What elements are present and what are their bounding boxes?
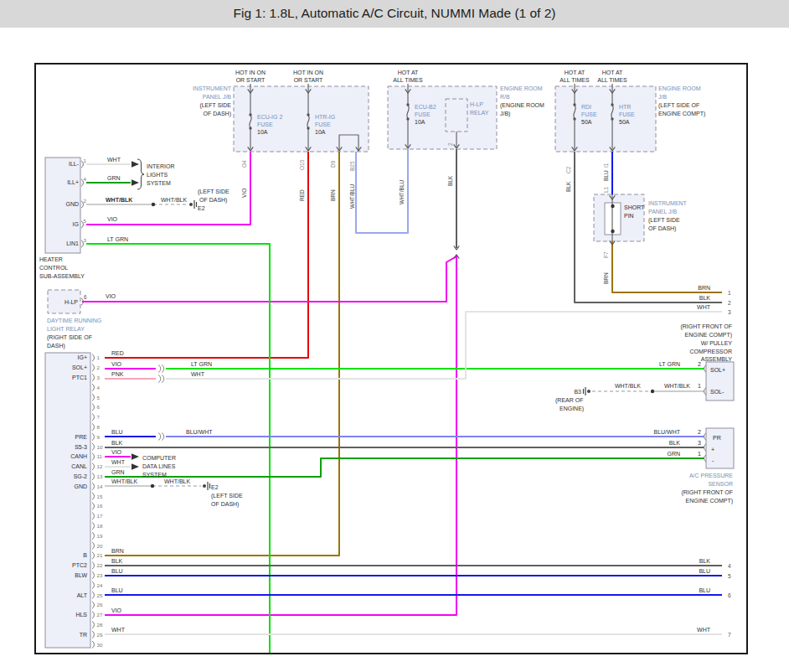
pin-name: GND xyxy=(74,483,87,489)
engine-room-rb-box xyxy=(388,86,497,149)
splice-icon xyxy=(162,433,164,441)
diagram-label: A/C PRESSURE xyxy=(689,473,733,478)
pin-number: 22 xyxy=(97,562,103,568)
diagram-label: BRN xyxy=(603,272,609,284)
pin-name: LIN1 xyxy=(66,240,79,246)
pin-name: BLW xyxy=(75,572,87,578)
diagram-label: 7 xyxy=(728,632,731,638)
diagram-label: E2 xyxy=(211,484,219,490)
ground-e2-heater xyxy=(189,203,193,206)
system-arrow-icon xyxy=(132,463,139,470)
diagram-label: (LEFT SIDE xyxy=(211,493,243,499)
diagram-label: BLK xyxy=(669,440,681,446)
pin-bracket xyxy=(92,374,94,380)
pin-bracket xyxy=(92,552,94,559)
diagram-label: ECU-IG 2 xyxy=(257,114,282,120)
diagram-label: VIO xyxy=(107,216,118,222)
diagram-label: I1 xyxy=(603,163,609,168)
pin-number: 24 xyxy=(97,582,103,588)
pin-bracket xyxy=(92,404,94,411)
pin-number: 5 xyxy=(97,395,101,401)
diagram-label: GRN xyxy=(111,469,125,475)
pin-number: 15 xyxy=(97,494,103,499)
diagram-label: BLU xyxy=(699,568,710,574)
pin-bracket xyxy=(92,423,94,430)
junction-dot xyxy=(151,484,154,488)
splice-icon xyxy=(158,433,161,441)
diagram-label: BLK xyxy=(565,181,571,192)
diagram-label: WHT xyxy=(111,459,126,465)
diagram-label: WHT/BLK xyxy=(615,383,641,389)
pin-bracket xyxy=(92,621,94,628)
pin-name: PTC2 xyxy=(72,562,87,568)
diagram-label: WHT xyxy=(191,371,205,377)
diagram-label: 50A xyxy=(581,119,592,125)
pin-name: PRE xyxy=(75,434,88,440)
diagram-label: 10A xyxy=(415,119,425,125)
diagram-label: HOT AT xyxy=(565,70,585,75)
pin-bracket xyxy=(92,631,94,638)
diagram-label: BLU xyxy=(111,587,123,593)
splice-icon xyxy=(158,365,161,373)
diagram-label: W/ PULLEY xyxy=(701,340,733,346)
diagram-label: WHT/BLK xyxy=(164,478,190,484)
splice-icon xyxy=(162,365,164,373)
diagram-label: BRN xyxy=(698,285,710,291)
diagram-label: C2 xyxy=(565,166,571,173)
diagram-label: ENGINE COMPT) xyxy=(686,498,733,504)
diagram-label: ALL TIMES xyxy=(560,77,590,83)
wiring-diagram-page: Fig 1: 1.8L, Automatic A/C Circuit, NUMM… xyxy=(0,0,789,672)
pin-number: 20 xyxy=(97,543,103,549)
diagram-label: (REAR OF xyxy=(555,397,583,404)
diagram-label: DAYTIME RUNNING xyxy=(47,318,101,323)
system-arrow-icon xyxy=(132,453,139,460)
diagram-label: ASSEMBLY xyxy=(701,356,733,362)
diagram-label: H-LP xyxy=(470,101,483,107)
pin-number: 11 xyxy=(97,453,103,459)
pin-bracket xyxy=(92,394,94,401)
diagram-label: 1 xyxy=(698,451,701,457)
diagram-label: FUSE xyxy=(315,121,331,127)
pin-number: 5 xyxy=(84,218,87,224)
diagram-label: SOL- xyxy=(710,389,725,395)
diagram-label: OR START xyxy=(294,77,323,83)
pin-name: IG+ xyxy=(78,354,87,360)
diagram-label: LT GRN xyxy=(659,361,680,367)
diagram-label: OF DASH) xyxy=(204,111,231,117)
pin-number: 23 xyxy=(97,572,103,578)
diagram-label: BRN xyxy=(111,548,124,554)
diagram-label: (LEFT SIDE xyxy=(199,102,231,109)
diagram-label: HOT IN ON xyxy=(293,70,323,75)
diagram-label: SENSOR xyxy=(708,481,733,487)
pin-name: S5-3 xyxy=(75,444,87,450)
pin-number: 4 xyxy=(84,176,87,182)
diagram-label: 5 xyxy=(728,573,731,579)
diagram-label: ALL TIMES xyxy=(393,77,423,83)
diagram-label: WHT xyxy=(697,304,711,310)
pin-number: 8 xyxy=(97,424,101,430)
diagram-label: OR START xyxy=(236,77,266,83)
diagram-label: OF DASH) xyxy=(648,225,676,232)
diagram-label: J/B) xyxy=(500,111,510,117)
diagram-label: (RIGHT SIDE OF xyxy=(47,334,92,341)
pin-number: 1 xyxy=(84,158,87,163)
diagram-label: FUSE xyxy=(257,121,273,127)
diagram-label: HEATER xyxy=(39,256,63,262)
diagram-label: ENGINE ROOM xyxy=(500,85,543,91)
diagram-label: 4 xyxy=(728,563,731,569)
diagram-label: RDI xyxy=(581,104,591,110)
pin-number: 17 xyxy=(97,513,103,519)
diagram-label: ENGINE) xyxy=(560,406,584,412)
diagram-label: HOT IN ON xyxy=(235,70,266,75)
pin-bracket xyxy=(92,562,94,569)
pin-bracket xyxy=(92,443,94,450)
diagram-label: SYSTEM xyxy=(142,472,167,478)
pin-bracket xyxy=(92,612,94,618)
diagram-label: 2 xyxy=(728,300,731,306)
diagram-label: FUSE xyxy=(581,111,597,117)
pin-bracket xyxy=(92,364,94,371)
wire-vio-trunk xyxy=(105,255,456,615)
pin-number: 4 xyxy=(97,385,101,390)
diagram-label: BLU/WHT xyxy=(654,429,681,435)
diagram-label: PNK xyxy=(111,371,124,377)
